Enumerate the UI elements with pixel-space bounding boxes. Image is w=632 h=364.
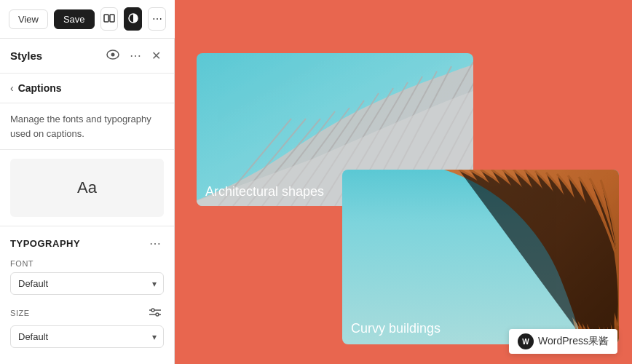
back-nav[interactable]: ‹ Captions [0, 74, 174, 103]
contrast-icon [127, 12, 139, 26]
size-filter-button[interactable] [146, 305, 164, 321]
size-group: SIZE Default [10, 305, 164, 348]
description-text: Manage the fonts and typography used on … [0, 103, 174, 150]
typography-more-button[interactable]: ⋯ [146, 235, 164, 252]
contrast-button[interactable] [124, 7, 142, 31]
eye-button[interactable] [103, 48, 122, 64]
back-nav-title: Captions [18, 82, 62, 94]
curvy-buildings-image: Curvy buildings [342, 170, 619, 344]
typography-title: Typography [10, 238, 80, 249]
image-card-2: Curvy buildings [342, 170, 619, 344]
font-group: FONT Default System UI Georgia Arial ▾ [10, 259, 164, 295]
sidebar-title: Styles [10, 50, 42, 62]
font-select-wrapper: Default System UI Georgia Arial ▾ [10, 272, 164, 295]
split-icon [103, 12, 115, 26]
size-select[interactable]: Default Small Medium Large [10, 325, 164, 348]
wp-logo-text: W [522, 338, 529, 346]
svg-rect-1 [110, 15, 114, 22]
font-select[interactable]: Default System UI Georgia Arial [10, 272, 164, 295]
size-label: SIZE [10, 309, 30, 317]
wp-badge-text: WordPress果酱 [538, 335, 609, 348]
font-label: FONT [10, 259, 164, 268]
sidebar-header: Styles ⋯ ✕ [0, 39, 174, 74]
split-view-button[interactable] [100, 7, 119, 31]
svg-point-8 [156, 313, 159, 316]
back-arrow-icon[interactable]: ‹ [10, 82, 14, 94]
eye-icon [106, 50, 119, 63]
main-layout: Styles ⋯ ✕ ‹ [0, 39, 632, 364]
wordpress-badge: W WordPress果酱 [509, 329, 617, 354]
canvas-area: Architectural shapes [175, 39, 632, 364]
typography-section: Typography ⋯ FONT Default System UI Geor… [0, 226, 174, 364]
size-select-wrapper: Default Small Medium Large ▾ [10, 325, 164, 348]
svg-point-4 [111, 52, 115, 56]
size-filter-icon [149, 306, 161, 320]
image-stack: Architectural shapes [197, 53, 610, 349]
preview-text: Aa [77, 178, 97, 197]
typography-more-icon: ⋯ [149, 237, 161, 250]
size-label-row: SIZE [10, 305, 164, 321]
close-icon: ✕ [151, 49, 161, 63]
view-button[interactable]: View [9, 9, 48, 29]
svg-text:Architectural shapes: Architectural shapes [205, 184, 324, 199]
wp-logo-icon: W [518, 333, 534, 349]
more-options-button[interactable]: ⋯ [148, 7, 166, 31]
sidebar: Styles ⋯ ✕ ‹ [0, 39, 175, 364]
typography-header: Typography ⋯ [10, 235, 164, 252]
toolbar: View Save ⋯ [0, 0, 175, 39]
sidebar-more-icon: ⋯ [130, 49, 141, 63]
sidebar-header-icons: ⋯ ✕ [103, 47, 164, 64]
sidebar-more-button[interactable]: ⋯ [127, 47, 144, 64]
preview-area: Aa [10, 159, 164, 217]
close-button[interactable]: ✕ [149, 47, 164, 64]
svg-rect-0 [104, 15, 108, 22]
svg-point-6 [151, 309, 154, 312]
more-options-icon: ⋯ [152, 13, 162, 25]
save-button[interactable]: Save [54, 9, 95, 29]
svg-text:Curvy buildings: Curvy buildings [351, 321, 441, 336]
